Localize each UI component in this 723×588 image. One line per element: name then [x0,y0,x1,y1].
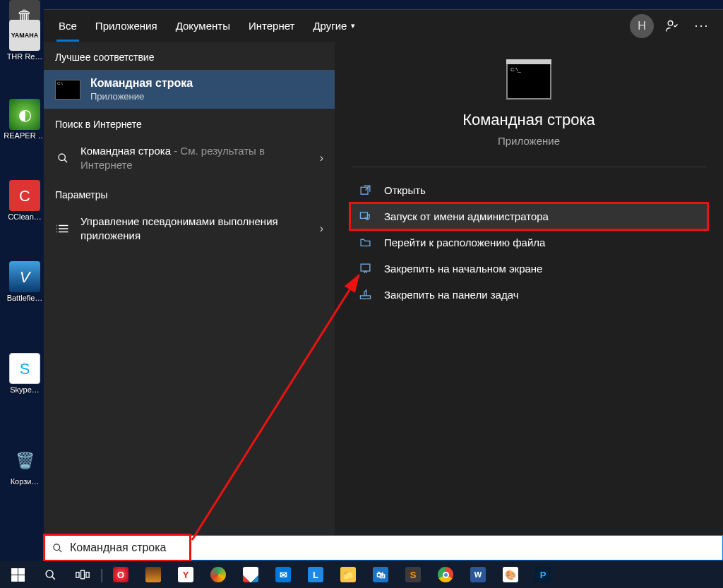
tab-all[interactable]: Все [49,10,86,42]
more-icon[interactable]: ··· [691,15,713,37]
search-input[interactable] [70,541,722,554]
preview-app-icon [506,63,551,100]
settings-alias-text: Управление псевдонимами выполнения прило… [80,215,320,243]
action-pin-start[interactable]: Закрепить на начальном экране [350,256,707,282]
desktop: 🗑Uninstall YAMAHATHR Re… ◐REAPER … CCCle… [0,0,49,541]
taskbar-separator: | [99,561,104,588]
divider [352,167,706,167]
pin-taskbar-icon [356,289,374,301]
search-panel: Все Приложения Документы Интернет Другие… [44,9,723,535]
svg-point-16 [46,570,53,577]
feedback-icon[interactable] [661,15,683,37]
internet-search-item[interactable]: Командная строка - См. результаты в Инте… [44,137,335,179]
search-tabs: Все Приложения Документы Интернет Другие… [44,10,723,42]
search-icon [44,543,70,553]
taskbar: | O Y ✉ L 📁 🛍 S W 🎨 P [0,561,723,588]
chevron-right-icon: › [320,152,323,164]
chevron-right-icon: › [320,222,323,235]
taskbar-opera[interactable]: O [104,561,137,588]
svg-rect-20 [86,572,89,578]
svg-line-2 [64,160,67,162]
tab-apps[interactable]: Приложения [86,10,167,42]
taskbar-store[interactable]: 🛍 [364,561,397,588]
preview-title: Командная строка [335,111,723,129]
taskbar-yandex[interactable]: Y [169,561,202,588]
taskbar-app-l[interactable]: L [299,561,332,588]
action-pin-taskbar[interactable]: Закрепить на панели задач [350,282,707,308]
svg-rect-11 [361,264,370,271]
action-open-location[interactable]: Перейти к расположению файла [350,229,707,256]
best-match-item[interactable]: Командная строка Приложение [44,70,335,109]
svg-point-1 [59,154,65,160]
desktop-icon-skype[interactable]: SSkype… [2,353,47,395]
taskbar-chrome-alt[interactable] [202,561,234,588]
svg-rect-19 [81,570,85,579]
taskbar-app-orange[interactable] [137,561,169,588]
folder-icon [356,236,374,248]
best-match-sub: Приложение [90,91,193,102]
desktop-icon-battlefield[interactable]: VBattlefie… [2,261,47,303]
user-avatar[interactable]: Н [630,14,654,38]
preview-pane: Командная строка Приложение Открыть Запу… [335,42,723,535]
action-open[interactable]: Открыть [350,177,707,203]
section-best-match: Лучшее соответствие [44,42,335,70]
svg-point-13 [53,544,59,550]
cmd-icon [55,80,80,100]
taskbar-app-mosaic[interactable] [234,561,267,588]
open-icon [356,184,374,196]
tab-internet[interactable]: Интернет [239,10,304,42]
tab-documents[interactable]: Документы [167,10,239,42]
search-icon [55,152,71,164]
svg-rect-10 [360,212,367,219]
chevron-down-icon: ▾ [351,21,355,30]
settings-list-icon [55,224,71,234]
start-button[interactable] [1,561,34,588]
taskbar-mail[interactable]: ✉ [267,561,299,588]
taskbar-explorer[interactable]: 📁 [332,561,364,588]
results-pane: Лучшее соответствие Командная строка При… [44,42,335,535]
windows-logo-icon [11,568,25,582]
desktop-icon-yamaha[interactable]: YAMAHATHR Re… [2,20,47,61]
best-match-title: Командная строка [90,77,193,90]
taskbar-chrome[interactable] [429,561,462,588]
svg-line-17 [52,576,54,579]
taskbar-word[interactable]: W [462,561,494,588]
section-settings: Параметры [44,179,335,208]
svg-line-14 [59,549,61,552]
settings-alias-item[interactable]: Управление псевдонимами выполнения прило… [44,208,335,250]
taskbar-sublime[interactable]: S [397,561,429,588]
desktop-icon-reaper[interactable]: ◐REAPER … [2,99,47,140]
search-bar[interactable] [44,535,723,560]
desktop-icon-ccleaner[interactable]: CCClean… [2,180,47,222]
admin-shield-icon [356,210,374,222]
section-internet: Поиск в Интернете [44,109,335,137]
taskbar-paint[interactable]: 🎨 [494,561,527,588]
taskbar-search-icon[interactable] [34,561,66,588]
desktop-icon-recycle-bin[interactable]: 🗑️Корзи… [2,445,47,486]
svg-rect-18 [76,572,79,578]
taskbar-app-p[interactable]: P [527,561,559,588]
pin-start-icon [356,263,374,275]
internet-search-text: Командная строка - См. результаты в Инте… [80,144,320,172]
svg-rect-12 [360,296,370,299]
task-view-icon[interactable] [66,561,99,588]
preview-sub: Приложение [335,135,723,147]
svg-point-0 [668,20,673,25]
action-run-as-admin[interactable]: Запуск от имени администратора [350,203,707,229]
tab-other[interactable]: Другие▾ [304,10,364,42]
